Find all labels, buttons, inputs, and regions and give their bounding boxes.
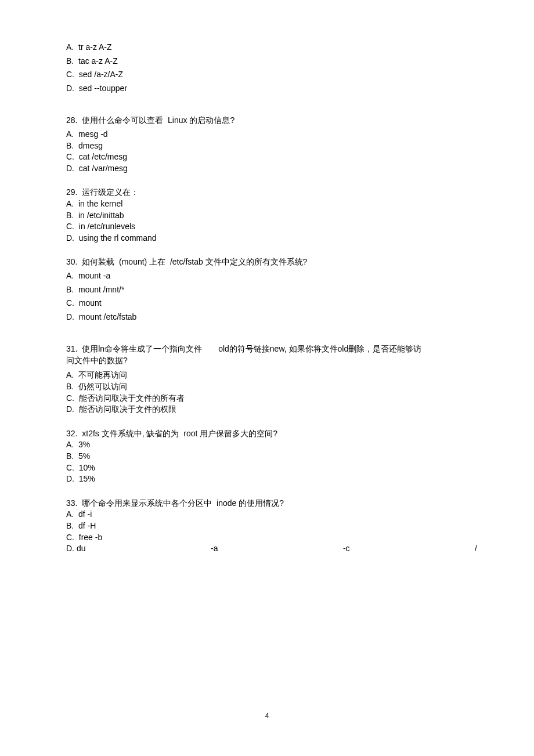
option-a: A. 不可能再访问 <box>66 370 477 381</box>
option-d: D. sed --toupper <box>66 83 477 95</box>
option-d: D. mount /etc/fstab <box>66 312 477 323</box>
question-text-part1: 31. 使用ln命令将生成了一个指向文件 <box>66 343 202 355</box>
question-33: 33. 哪个命令用来显示系统中各个分区中 inode 的使用情况? A. df … <box>66 498 477 555</box>
question-27-options: A. tr a-z A-Z B. tac a-z A-Z C. sed /a-z… <box>66 42 477 94</box>
option-b: B. dmesg <box>66 140 477 152</box>
option-c: C. 10% <box>66 462 477 474</box>
option-b: B. df -H <box>66 520 477 532</box>
option-d: D. cat /var/mesg <box>66 163 477 175</box>
option-c: C. free -b <box>66 532 477 544</box>
option-a: A. tr a-z A-Z <box>66 42 477 53</box>
option-c: C. cat /etc/mesg <box>66 151 477 163</box>
question-text: 30. 如何装载 (mount) 上在 /etc/fstab 文件中定义的所有文… <box>66 256 477 268</box>
option-d: D. du -a -c / <box>66 543 477 555</box>
question-29: 29. 运行级定义在： A. in the kernel B. in /etc/… <box>66 187 477 244</box>
option-b: B. tac a-z A-Z <box>66 56 477 67</box>
option-a: A. in the kernel <box>66 198 477 210</box>
question-31: 31. 使用ln命令将生成了一个指向文件 old的符号链接new, 如果你将文件… <box>66 343 477 415</box>
option-a: A. df -i <box>66 509 477 520</box>
question-text: 29. 运行级定义在： <box>66 187 477 198</box>
option-d-arg2: -c <box>343 543 350 555</box>
option-d-label: D. du <box>66 543 85 555</box>
option-b: B. mount /mnt/* <box>66 284 477 296</box>
option-d: D. 能否访问取决于文件的权限 <box>66 404 477 415</box>
option-c: C. 能否访问取决于文件的所有者 <box>66 393 477 404</box>
question-text: 32. xt2fs 文件系统中, 缺省的为 root 用户保留多大的空间? <box>66 428 477 440</box>
question-28: 28. 使用什么命令可以查看 Linux 的启动信息? A. mesg -d B… <box>66 115 477 174</box>
question-text-part2: old的符号链接new, 如果你将文件old删除，是否还能够访 <box>218 343 421 355</box>
question-32: 32. xt2fs 文件系统中, 缺省的为 root 用户保留多大的空间? A.… <box>66 428 477 485</box>
page-number: 4 <box>0 711 534 721</box>
option-b: B. 5% <box>66 451 477 462</box>
option-b: B. 仍然可以访问 <box>66 381 477 393</box>
question-text-line1: 31. 使用ln命令将生成了一个指向文件 old的符号链接new, 如果你将文件… <box>66 343 477 355</box>
question-text-line2: 问文件中的数据? <box>66 355 477 367</box>
question-text: 28. 使用什么命令可以查看 Linux 的启动信息? <box>66 115 477 126</box>
document-page: A. tr a-z A-Z B. tac a-z A-Z C. sed /a-z… <box>0 0 534 756</box>
option-d: D. 15% <box>66 473 477 485</box>
option-b: B. in /etc/inittab <box>66 210 477 222</box>
option-c: C. in /etc/runlevels <box>66 221 477 233</box>
question-30: 30. 如何装载 (mount) 上在 /etc/fstab 文件中定义的所有文… <box>66 256 477 323</box>
option-c: C. mount <box>66 298 477 309</box>
question-text: 33. 哪个命令用来显示系统中各个分区中 inode 的使用情况? <box>66 498 477 509</box>
option-a: A. mount -a <box>66 270 477 282</box>
option-a: A. mesg -d <box>66 129 477 140</box>
option-c: C. sed /a-z/A-Z <box>66 69 477 81</box>
option-a: A. 3% <box>66 439 477 451</box>
option-d: D. using the rl command <box>66 233 477 244</box>
option-d-arg1: -a <box>211 543 218 555</box>
option-d-arg3: / <box>475 543 477 555</box>
